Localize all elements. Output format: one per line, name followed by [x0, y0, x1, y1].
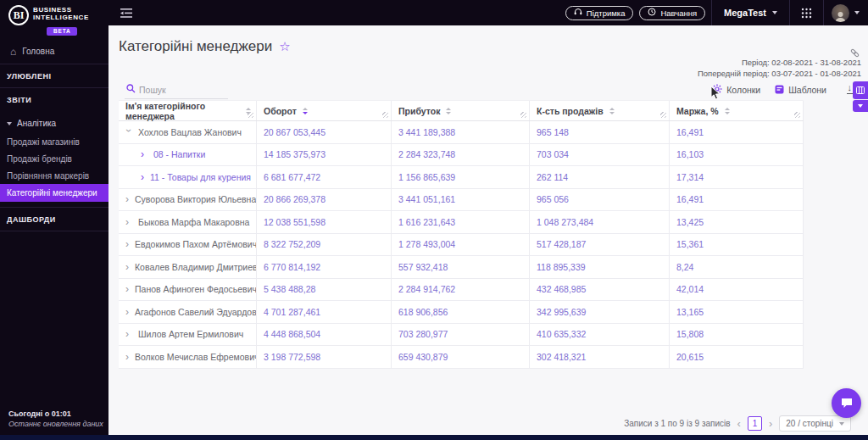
panel-collapse-button[interactable]: [853, 100, 868, 112]
sort-icon[interactable]: [609, 108, 615, 114]
row-expand-icon[interactable]: ›: [125, 284, 129, 294]
logo-text-line2: INTELLIGENCE: [33, 14, 89, 22]
cell-profit: 557 932,418: [392, 256, 530, 278]
chevron-down-icon: [772, 11, 777, 14]
sidebar-section-dashboards[interactable]: ДАШБОРДИ: [0, 208, 108, 231]
cell-name: › Быкова Марфа Макаровна: [119, 211, 257, 233]
column-resize-handle[interactable]: [660, 112, 666, 118]
row-expand-icon[interactable]: ›: [125, 217, 132, 227]
favorite-star-icon[interactable]: ☆: [279, 39, 290, 54]
sidebar-section-favorites[interactable]: УЛЮБЛЕНІ: [0, 64, 108, 87]
row-expand-icon[interactable]: ›: [141, 172, 144, 182]
sort-icon[interactable]: [446, 108, 451, 114]
app-logo[interactable]: BI BUSINESS INTELLIGENCE BETA: [0, 0, 108, 36]
gear-icon: [712, 84, 722, 96]
column-resize-handle[interactable]: [248, 112, 253, 118]
table-row[interactable]: › Волков Мечислав Ефремович 3 198 772,59…: [119, 346, 804, 369]
table-body: › Хохлов Вацлав Жанович 20 867 053,445 3…: [119, 121, 804, 369]
table-row[interactable]: › 08 - Напитки 14 185 375,973 2 284 323,…: [119, 144, 804, 167]
bottom-bar: [0, 435, 868, 440]
table-row[interactable]: › Хохлов Вацлав Жанович 20 867 053,445 3…: [119, 121, 804, 144]
sort-icon[interactable]: [303, 108, 308, 114]
cell-profit: 2 284 914,762: [392, 279, 530, 301]
column-header-sales-count[interactable]: К-сть продажів: [530, 101, 670, 120]
sidebar: BI BUSINESS INTELLIGENCE BETA ⌂ Головна …: [0, 0, 108, 435]
column-resize-handle[interactable]: [520, 112, 526, 118]
support-label: Підтримка: [587, 8, 626, 18]
last-update-time: Сьогодні о 01:01: [8, 409, 103, 418]
sidebar-group-analytics[interactable]: Аналітика: [0, 111, 108, 133]
cell-name: › Панов Афиноген Федосьевич: [119, 279, 257, 301]
last-update-label: Останнє оновлення даних: [8, 420, 103, 428]
sidebar-item-store-sales[interactable]: Продажі магазинів: [0, 133, 108, 150]
workspace-name: MegaTest: [724, 8, 766, 18]
templates-button[interactable]: Шаблони: [775, 85, 826, 96]
column-header-margin[interactable]: Маржа, %: [670, 101, 804, 120]
cell-name: › 11 - Товары для курения: [119, 166, 257, 188]
sort-icon[interactable]: [725, 108, 730, 114]
row-expand-icon[interactable]: ›: [125, 194, 129, 204]
support-button[interactable]: Підтримка: [565, 6, 634, 20]
cell-turnover: 5 438 488,28: [257, 279, 392, 301]
table-view-button[interactable]: [853, 81, 868, 99]
avatar: [832, 4, 849, 22]
row-expand-icon[interactable]: ›: [125, 352, 129, 362]
workspace-selector[interactable]: MegaTest: [712, 8, 789, 18]
table-row[interactable]: › Суворова Виктория Юльевна 20 866 269,3…: [119, 189, 804, 212]
apps-grid-icon[interactable]: [790, 8, 823, 19]
search-input[interactable]: [125, 83, 228, 99]
columns-button[interactable]: Колонки: [712, 84, 760, 96]
sidebar-item-marker-comparison[interactable]: Порівняння маркерів: [0, 167, 108, 184]
period-current: Період: 02-08-2021 - 31-08-2021: [698, 58, 861, 69]
row-expand-icon[interactable]: ›: [125, 307, 129, 317]
table-header: Ім'я категорійного менеджера Оборот Приб…: [119, 100, 804, 121]
cell-sales-count: 262 114: [530, 166, 670, 188]
cell-turnover: 6 681 677,472: [257, 166, 392, 188]
column-header-name[interactable]: Ім'я категорійного менеджера: [119, 101, 257, 120]
cell-margin: 16,491: [670, 189, 804, 211]
table-row[interactable]: › Агафонов Савелий Эдуардович 4 701 287,…: [119, 301, 804, 324]
chevron-down-icon: [7, 122, 12, 125]
row-expand-icon[interactable]: ›: [125, 239, 129, 249]
cell-margin: 42,014: [670, 279, 804, 301]
page-size-select[interactable]: 20 / сторінці: [779, 415, 851, 432]
training-button[interactable]: Навчання: [639, 6, 705, 20]
column-header-profit[interactable]: Прибуток: [392, 101, 530, 120]
cell-turnover: 4 448 868,504: [257, 324, 392, 346]
period-previous: Попередній період: 03-07-2021 - 01-08-20…: [698, 69, 861, 80]
sidebar-item-brand-sales[interactable]: Продажі брендів: [0, 150, 108, 167]
user-menu[interactable]: [824, 4, 868, 22]
download-icon[interactable]: ↓: [847, 83, 854, 94]
table-row[interactable]: › Шилов Артем Ермилович 4 448 868,504 70…: [119, 324, 804, 347]
column-resize-handle[interactable]: [794, 112, 800, 118]
sidebar-item-category-managers[interactable]: Категорійні менеджери: [0, 184, 108, 202]
row-expand-icon[interactable]: ›: [141, 149, 147, 159]
cell-turnover: 20 867 053,445: [257, 121, 392, 143]
row-expand-icon[interactable]: ›: [124, 129, 134, 136]
managers-table: Ім'я категорійного менеджера Оборот Приб…: [119, 100, 804, 369]
table-row[interactable]: › Ковалев Владимир Дмитриевич 6 770 814,…: [119, 256, 804, 279]
cell-margin: 17,314: [670, 166, 804, 188]
table-row[interactable]: › Панов Афиноген Федосьевич 5 438 488,28…: [119, 279, 804, 302]
column-resize-handle[interactable]: [382, 112, 388, 118]
row-expand-icon[interactable]: ›: [125, 262, 129, 272]
cell-profit: 703 280,977: [392, 324, 530, 346]
cell-profit: 1 278 493,004: [392, 234, 530, 256]
cell-sales-count: 410 635,332: [530, 324, 670, 346]
collapse-menu-icon[interactable]: [120, 8, 134, 19]
current-page[interactable]: 1: [748, 416, 762, 431]
cell-turnover: 14 185 375,973: [257, 144, 392, 166]
next-page-icon[interactable]: ›: [769, 420, 772, 428]
sidebar-item-home[interactable]: ⌂ Головна: [0, 36, 108, 64]
table-row[interactable]: › Быкова Марфа Макаровна 12 038 551,598 …: [119, 211, 804, 234]
prev-page-icon[interactable]: ‹: [737, 420, 741, 428]
search: [125, 81, 228, 99]
table-row[interactable]: › 11 - Товары для курения 6 681 677,472 …: [119, 166, 804, 189]
column-header-turnover[interactable]: Оборот: [257, 101, 392, 120]
row-expand-icon[interactable]: ›: [125, 329, 132, 339]
table-row[interactable]: › Евдокимов Пахом Артёмович 8 322 752,20…: [119, 234, 804, 257]
chat-button[interactable]: [832, 388, 861, 418]
sidebar-section-reports[interactable]: ЗВІТИ: [0, 88, 108, 111]
cell-turnover: 12 038 551,598: [257, 211, 392, 233]
cell-profit: 618 906,856: [392, 301, 530, 323]
